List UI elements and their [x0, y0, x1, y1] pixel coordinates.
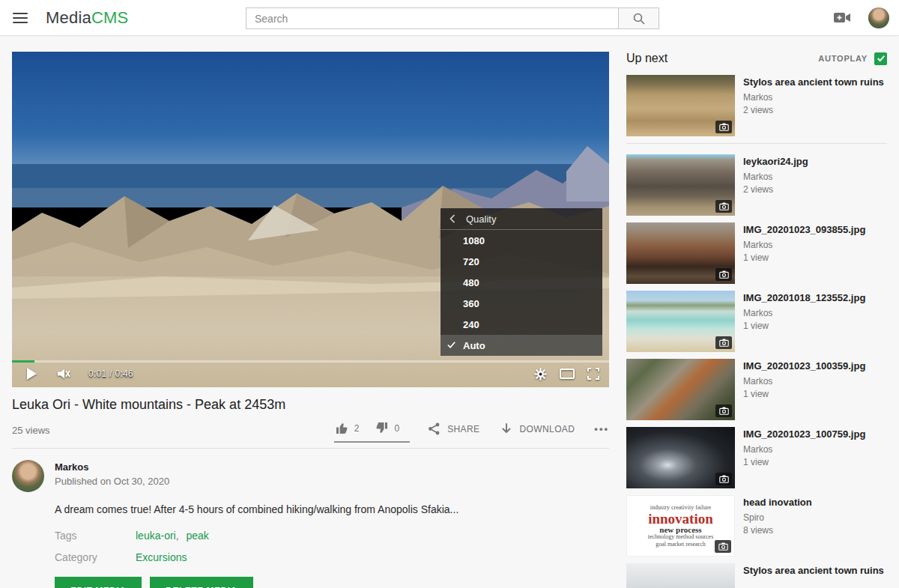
up-next-item-views: 8 views	[743, 525, 812, 536]
up-next-item-title[interactable]: Stylos area ancient town ruins	[743, 76, 884, 88]
up-next-item-title[interactable]: IMG_20201023_100759.jpg	[743, 428, 865, 440]
thumbs-down-icon	[375, 422, 388, 434]
up-next-item-title[interactable]: leykaori24.jpg	[743, 155, 808, 168]
theater-mode-icon	[560, 369, 575, 379]
tags-list: leuka-ori, peak	[136, 530, 209, 542]
up-next-item-title[interactable]: IMG_20201018_123552.jpg	[743, 291, 865, 304]
media-thumbnail[interactable]	[626, 75, 735, 136]
theater-mode-button[interactable]	[560, 369, 575, 379]
up-next-item[interactable]: IMG_20201023_100359.jpg Markos 1 view	[626, 359, 887, 420]
up-next-header: Up next AUTOPLAY	[626, 52, 887, 65]
up-next-item[interactable]: Stylos area ancient town ruins Markos 2 …	[626, 75, 887, 136]
media-thumbnail[interactable]	[626, 154, 735, 216]
fullscreen-icon	[587, 368, 599, 380]
author-avatar[interactable]	[12, 460, 44, 492]
quality-menu-back[interactable]: Quality	[441, 208, 602, 230]
media-thumbnail[interactable]	[626, 359, 735, 420]
search-icon	[632, 12, 646, 25]
author-meta: Markos Published on Oct 30, 2020	[55, 460, 169, 492]
up-next-item[interactable]: IMG_20201018_123552.jpg Markos 1 view	[626, 291, 887, 352]
up-next-item[interactable]: industry creativity failureinnovationnew…	[626, 495, 887, 557]
quality-menu-title: Quality	[466, 213, 496, 225]
logo-cms: CMS	[91, 8, 129, 27]
up-next-sidebar: Up next AUTOPLAY Stylos area ancient tow…	[626, 52, 887, 588]
app-logo[interactable]: MediaCMS	[46, 8, 128, 28]
tag-link[interactable]: peak	[186, 530, 208, 542]
camera-badge-icon	[715, 121, 732, 133]
quality-option[interactable]: 480	[441, 272, 602, 293]
more-options-button[interactable]: •••	[594, 423, 609, 441]
play-icon	[26, 368, 37, 380]
category-link[interactable]: Excursions	[136, 551, 187, 563]
up-next-item-views: 2 views	[743, 184, 808, 195]
author-name[interactable]: Markos	[55, 461, 169, 473]
quality-option[interactable]: Auto	[441, 335, 602, 356]
up-next-item-info: leykaori24.jpg Markos 2 views	[743, 154, 808, 216]
camera-badge-icon	[715, 404, 732, 417]
mute-button[interactable]	[57, 368, 70, 380]
checkmark-icon	[877, 55, 886, 62]
edit-media-button[interactable]: EDIT MEDIA	[55, 577, 142, 588]
camera-badge-icon	[715, 473, 732, 485]
video-player[interactable]: Quality 1080720480360240Auto 0:01 / 0:46	[12, 52, 609, 387]
player-controls-right	[534, 368, 609, 381]
settings-button[interactable]	[534, 368, 547, 381]
up-next-item[interactable]: leykaori24.jpg Markos 2 views	[626, 154, 887, 216]
play-button[interactable]	[26, 368, 37, 380]
video-add-icon	[833, 11, 851, 24]
download-button[interactable]: DOWNLOAD	[500, 422, 575, 442]
media-thumbnail[interactable]	[626, 291, 735, 352]
autoplay-checkbox[interactable]	[874, 52, 887, 65]
quality-option[interactable]: 360	[441, 293, 602, 314]
up-next-title: Up next	[626, 52, 668, 65]
media-thumbnail[interactable]	[626, 222, 735, 284]
up-next-item[interactable]: IMG_20201023_100759.jpg Markos 1 view	[626, 427, 887, 488]
info-row: 25 views 2 0 SHARE DOWNLOAD •••	[12, 422, 609, 443]
search-input[interactable]	[246, 7, 619, 29]
media-thumbnail[interactable]	[626, 427, 735, 488]
up-next-item-info: IMG_20201023_093855.jpg Markos 1 view	[743, 222, 865, 284]
delete-media-button[interactable]: DELETE MEDIA	[150, 577, 252, 588]
up-next-item-title[interactable]: IMG_20201023_093855.jpg	[743, 223, 865, 236]
camera-badge-icon	[715, 268, 732, 281]
gear-icon	[534, 368, 547, 381]
player-controls-left: 0:01 / 0:46	[12, 368, 133, 380]
up-next-item[interactable]: IMG_20201023_093855.jpg Markos 1 view	[626, 222, 887, 284]
like-button[interactable]: 2	[336, 422, 360, 434]
media-description: A dream comes true! After 4-5 hours of c…	[55, 503, 609, 515]
up-next-item-info: IMG_20201023_100359.jpg Markos 1 view	[743, 359, 865, 420]
checkmark-icon	[447, 340, 456, 351]
section-divider	[12, 448, 609, 449]
thumbs-up-icon	[336, 422, 348, 434]
quality-menu: Quality 1080720480360240Auto	[441, 208, 602, 356]
fullscreen-button[interactable]	[587, 368, 599, 380]
share-button[interactable]: SHARE	[428, 422, 479, 442]
user-avatar[interactable]	[868, 7, 889, 28]
category-row: Category Excursions	[55, 551, 609, 563]
search-form	[246, 7, 659, 29]
quality-option[interactable]: 240	[441, 314, 602, 335]
up-next-item[interactable]: Stylos area ancient town ruins	[626, 563, 887, 588]
time-display: 0:01 / 0:46	[88, 369, 133, 379]
media-thumbnail[interactable]	[626, 563, 735, 588]
up-next-item-title[interactable]: Stylos area ancient town ruins	[743, 564, 884, 577]
search-button[interactable]	[618, 7, 659, 29]
media-title: Leuka Ori - White mountains - Peak at 24…	[12, 397, 609, 413]
up-next-item-views: 1 view	[743, 389, 865, 399]
quality-option[interactable]: 1080	[441, 230, 602, 251]
up-next-item-title[interactable]: head inovation	[743, 496, 812, 509]
camera-badge-icon	[715, 336, 732, 349]
upload-media-button[interactable]	[833, 11, 851, 24]
up-next-item-author: Spiro	[743, 512, 812, 523]
media-thumbnail[interactable]: industry creativity failureinnovationnew…	[626, 495, 735, 557]
tag-link[interactable]: leuka-ori	[136, 530, 176, 542]
wordcloud-text: industry creativity failureinnovationnew…	[648, 504, 714, 548]
menu-icon[interactable]	[13, 13, 28, 23]
dislike-button[interactable]: 0	[375, 422, 399, 434]
up-next-item-title[interactable]: IMG_20201023_100359.jpg	[743, 360, 865, 372]
up-next-item-author: Markos	[743, 92, 884, 103]
quality-option[interactable]: 720	[441, 251, 602, 272]
top-bar: MediaCMS	[0, 0, 899, 36]
published-date: Published on Oct 30, 2020	[55, 476, 169, 487]
view-count: 25 views	[12, 422, 50, 436]
